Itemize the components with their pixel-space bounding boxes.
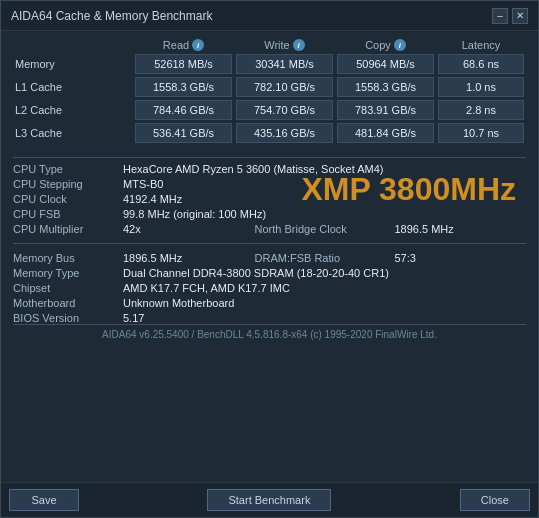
l1-read: 1558.3 GB/s (135, 77, 232, 97)
col-header-read: Read i (133, 39, 234, 51)
start-benchmark-button[interactable]: Start Benchmark (207, 489, 331, 511)
l3-latency: 10.7 ns (438, 123, 524, 143)
memory-bus-row: Memory Bus 1896.5 MHz DRAM:FSB Ratio 57:… (13, 252, 526, 264)
divider-1 (13, 157, 526, 158)
title-bar: AIDA64 Cache & Memory Benchmark – ✕ (1, 1, 538, 31)
table-row: L2 Cache 784.46 GB/s 754.70 GB/s 783.91 … (13, 100, 526, 120)
col-header-write: Write i (234, 39, 335, 51)
memory-bus-value: 1896.5 MHz (123, 252, 255, 264)
cpu-multiplier-row: CPU Multiplier 42x North Bridge Clock 18… (13, 223, 526, 235)
memory-type-label: Memory Type (13, 267, 123, 279)
table-row: L3 Cache 536.41 GB/s 435.16 GB/s 481.84 … (13, 123, 526, 143)
memory-write: 30341 MB/s (236, 54, 333, 74)
cpu-clock-value: 4192.4 MHz (123, 193, 526, 205)
cpu-info-section: XMP 3800MHz CPU Type HexaCore AMD Ryzen … (13, 163, 526, 324)
row-label-l1: L1 Cache (13, 81, 133, 93)
north-bridge-label: North Bridge Clock (255, 223, 395, 235)
bios-value: 5.17 (123, 312, 526, 324)
memory-type-value: Dual Channel DDR4-3800 SDRAM (18-20-20-4… (123, 267, 526, 279)
table-row: Memory 52618 MB/s 30341 MB/s 50964 MB/s … (13, 54, 526, 74)
cpu-fsb-row: CPU FSB 99.8 MHz (original: 100 MHz) (13, 208, 526, 220)
l2-copy: 783.91 GB/s (337, 100, 434, 120)
main-window: AIDA64 Cache & Memory Benchmark – ✕ Read… (0, 0, 539, 518)
memory-bus-label: Memory Bus (13, 252, 123, 264)
cpu-type-label: CPU Type (13, 163, 123, 175)
l3-copy: 481.84 GB/s (337, 123, 434, 143)
chipset-row: Chipset AMD K17.7 FCH, AMD K17.7 IMC (13, 282, 526, 294)
table-header: Read i Write i Copy i Latency (13, 39, 526, 51)
row-label-l2: L2 Cache (13, 104, 133, 116)
dram-fsb-value: 57:3 (395, 252, 527, 264)
col-header-empty (13, 39, 133, 51)
cpu-fsb-label: CPU FSB (13, 208, 123, 220)
col-header-copy: Copy i (335, 39, 436, 51)
chipset-label: Chipset (13, 282, 123, 294)
memory-read: 52618 MB/s (135, 54, 232, 74)
l2-latency: 2.8 ns (438, 100, 524, 120)
l2-read: 784.46 GB/s (135, 100, 232, 120)
cpu-stepping-row: CPU Stepping MTS-B0 (13, 178, 526, 190)
cpu-stepping-label: CPU Stepping (13, 178, 123, 190)
bios-label: BIOS Version (13, 312, 123, 324)
l3-write: 435.16 GB/s (236, 123, 333, 143)
l1-latency: 1.0 ns (438, 77, 524, 97)
dram-fsb-label: DRAM:FSB Ratio (255, 252, 395, 264)
l1-write: 782.10 GB/s (236, 77, 333, 97)
minimize-button[interactable]: – (492, 8, 508, 24)
table-row: L1 Cache 1558.3 GB/s 782.10 GB/s 1558.3 … (13, 77, 526, 97)
motherboard-value: Unknown Motherboard (123, 297, 526, 309)
cpu-stepping-value: MTS-B0 (123, 178, 526, 190)
bios-row: BIOS Version 5.17 (13, 312, 526, 324)
north-bridge-value: 1896.5 MHz (395, 223, 527, 235)
cpu-multiplier-value: 42x (123, 223, 255, 235)
benchmark-table: Memory 52618 MB/s 30341 MB/s 50964 MB/s … (13, 54, 526, 146)
memory-latency: 68.6 ns (438, 54, 524, 74)
row-label-l3: L3 Cache (13, 127, 133, 139)
content-area: Read i Write i Copy i Latency Memory 526… (1, 31, 538, 482)
footer-text: AIDA64 v6.25.5400 / BenchDLL 4.5.816.8-x… (13, 324, 526, 342)
l2-write: 754.70 GB/s (236, 100, 333, 120)
cpu-type-value: HexaCore AMD Ryzen 5 3600 (Matisse, Sock… (123, 163, 526, 175)
close-button-bottom[interactable]: Close (460, 489, 530, 511)
cpu-fsb-value: 99.8 MHz (original: 100 MHz) (123, 208, 526, 220)
window-controls: – ✕ (492, 8, 528, 24)
l3-read: 536.41 GB/s (135, 123, 232, 143)
write-info-icon[interactable]: i (293, 39, 305, 51)
memory-type-row: Memory Type Dual Channel DDR4-3800 SDRAM… (13, 267, 526, 279)
save-button[interactable]: Save (9, 489, 79, 511)
cpu-multiplier-label: CPU Multiplier (13, 223, 123, 235)
l1-copy: 1558.3 GB/s (337, 77, 434, 97)
cpu-clock-row: CPU Clock 4192.4 MHz (13, 193, 526, 205)
motherboard-label: Motherboard (13, 297, 123, 309)
cpu-clock-label: CPU Clock (13, 193, 123, 205)
button-bar: Save Start Benchmark Close (1, 482, 538, 517)
divider-2 (13, 243, 526, 244)
read-info-icon[interactable]: i (192, 39, 204, 51)
copy-info-icon[interactable]: i (394, 39, 406, 51)
row-label-memory: Memory (13, 58, 133, 70)
close-button[interactable]: ✕ (512, 8, 528, 24)
cpu-type-row: CPU Type HexaCore AMD Ryzen 5 3600 (Mati… (13, 163, 526, 175)
chipset-value: AMD K17.7 FCH, AMD K17.7 IMC (123, 282, 526, 294)
memory-copy: 50964 MB/s (337, 54, 434, 74)
window-title: AIDA64 Cache & Memory Benchmark (11, 9, 212, 23)
col-header-latency: Latency (436, 39, 526, 51)
motherboard-row: Motherboard Unknown Motherboard (13, 297, 526, 309)
